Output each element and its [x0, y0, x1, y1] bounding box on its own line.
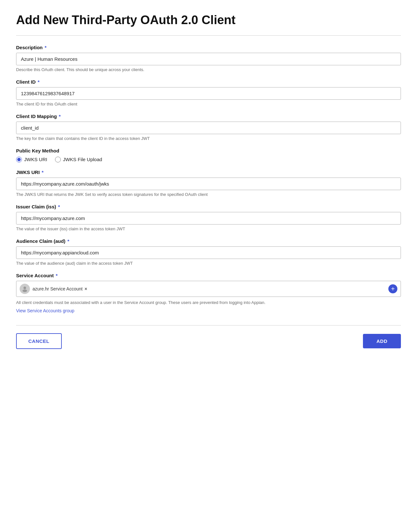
client-id-mapping-required: * — [58, 114, 61, 119]
service-account-required: * — [54, 273, 58, 278]
service-account-label: Service Account * — [16, 273, 401, 278]
public-key-radio-group: JWKS URI JWKS File Upload — [16, 157, 401, 162]
issuer-claim-hint: The value of the issuer (iss) claim in t… — [16, 226, 401, 231]
issuer-claim-input[interactable] — [16, 212, 401, 225]
issuer-claim-required: * — [57, 204, 60, 209]
page-title: Add New Third-Party OAuth 2.0 Client — [16, 13, 401, 28]
public-key-group: Public Key Method JWKS URI JWKS File Upl… — [16, 148, 401, 162]
jwks-uri-input[interactable] — [16, 178, 401, 190]
jwks-file-radio[interactable] — [55, 157, 61, 162]
service-account-left: azure.hr Service Account × — [20, 284, 87, 294]
service-account-field: azure.hr Service Account × + — [16, 281, 401, 297]
jwks-file-option[interactable]: JWKS File Upload — [55, 157, 102, 162]
svg-point-0 — [23, 287, 26, 289]
view-service-accounts-group-link[interactable]: View Service Accounts group — [16, 308, 74, 313]
jwks-file-label: JWKS File Upload — [63, 157, 102, 162]
client-id-label: Client ID * — [16, 79, 401, 85]
avatar — [20, 284, 30, 294]
audience-claim-required: * — [66, 238, 69, 244]
audience-claim-group: Audience Claim (aud) * The value of the … — [16, 238, 401, 266]
svg-point-1 — [23, 289, 27, 292]
public-key-label: Public Key Method — [16, 148, 401, 153]
client-id-input[interactable] — [16, 87, 401, 100]
service-account-tag: azure.hr Service Account × — [32, 286, 87, 291]
remove-service-account-button[interactable]: × — [85, 287, 87, 291]
footer-actions: CANCEL ADD — [16, 333, 401, 349]
client-id-mapping-label: Client ID Mapping * — [16, 114, 401, 119]
audience-claim-label: Audience Claim (aud) * — [16, 238, 401, 244]
jwks-uri-radio[interactable] — [16, 157, 22, 162]
jwks-uri-field-label: JWKS URI * — [16, 170, 401, 175]
issuer-claim-group: Issuer Claim (iss) * The value of the is… — [16, 204, 401, 231]
client-id-mapping-group: Client ID Mapping * The key for the clai… — [16, 114, 401, 141]
footer-divider — [16, 325, 401, 326]
service-account-name: azure.hr Service Account — [32, 286, 83, 291]
description-hint: Describe this OAuth client. This should … — [16, 67, 401, 72]
issuer-claim-label: Issuer Claim (iss) * — [16, 204, 401, 209]
description-required: * — [43, 45, 47, 50]
add-service-account-button[interactable]: + — [388, 284, 397, 293]
client-id-group: Client ID * The client ID for this OAuth… — [16, 79, 401, 106]
client-id-mapping-input[interactable] — [16, 122, 401, 134]
client-id-required: * — [36, 79, 40, 85]
jwks-uri-label: JWKS URI — [24, 157, 47, 162]
jwks-uri-hint: The JWKS URI that returns the JWK Set to… — [16, 192, 401, 197]
title-divider — [16, 35, 401, 36]
description-label: Description * — [16, 45, 401, 50]
audience-claim-input[interactable] — [16, 246, 401, 259]
cancel-button[interactable]: CANCEL — [16, 333, 62, 349]
description-group: Description * Describe this OAuth client… — [16, 45, 401, 72]
jwks-uri-option[interactable]: JWKS URI — [16, 157, 47, 162]
description-input[interactable] — [16, 53, 401, 65]
client-id-hint: The client ID for this OAuth client — [16, 102, 401, 106]
service-account-hint: All client credentials must be associate… — [16, 299, 401, 306]
client-id-mapping-hint: The key for the claim that contains the … — [16, 136, 401, 141]
jwks-uri-group: JWKS URI * The JWKS URI that returns the… — [16, 170, 401, 197]
audience-claim-hint: The value of the audience (aud) claim in… — [16, 261, 401, 266]
service-account-group: Service Account * azure.hr Service Accou… — [16, 273, 401, 314]
add-button[interactable]: ADD — [363, 334, 401, 348]
jwks-uri-required: * — [40, 170, 43, 175]
